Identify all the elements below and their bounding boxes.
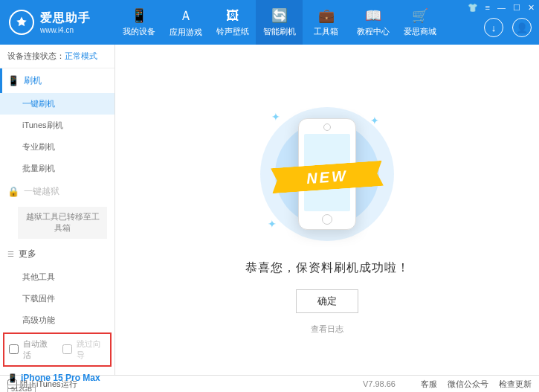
device-status: 设备连接状态：正常模式 — [0, 45, 114, 68]
sidebar-more-header[interactable]: ☰ 更多 — [0, 242, 114, 266]
phone-small-icon: 📱 — [7, 373, 18, 382]
cart-icon: 🛒 — [412, 7, 428, 24]
download-button[interactable]: ↓ — [484, 18, 503, 37]
sidebar: 设备连接状态：正常模式 📱 刷机 一键刷机 iTunes刷机 专业刷机 批量刷机… — [0, 45, 115, 375]
sparkle-icon: ✦ — [370, 115, 379, 126]
footer-support[interactable]: 客服 — [421, 379, 437, 390]
footer-wechat[interactable]: 微信公众号 — [448, 379, 488, 390]
top-nav: 📱我的设备 Ａ应用游戏 🖼铃声壁纸 🔄智能刷机 💼工具箱 📖教程中心 🛒爱思商城 — [115, 0, 443, 45]
picture-icon: 🖼 — [226, 8, 239, 24]
phone-icon: 📱 — [7, 75, 19, 86]
nav-apps[interactable]: Ａ应用游戏 — [162, 0, 209, 45]
sidebar-advanced[interactable]: 高级功能 — [0, 309, 114, 331]
sidebar-pro-flash[interactable]: 专业刷机 — [0, 136, 114, 158]
sidebar-one-key-flash[interactable]: 一键刷机 — [0, 93, 114, 115]
success-graphic: ✦ ✦ ✦ NEW — [253, 100, 401, 248]
auto-activate-label: 自动激活 — [23, 338, 52, 361]
footer-update[interactable]: 检查更新 — [499, 379, 532, 390]
sidebar-flash-header[interactable]: 📱 刷机 — [0, 68, 114, 93]
menu-icon[interactable]: ≡ — [485, 3, 490, 13]
nav-store[interactable]: 🛒爱思商城 — [396, 0, 443, 45]
main-content: ✦ ✦ ✦ NEW 恭喜您，保资料刷机成功啦！ 确定 查看日志 — [115, 45, 539, 375]
skin-icon[interactable]: 👕 — [468, 3, 478, 13]
nav-tutorials[interactable]: 📖教程中心 — [349, 0, 396, 45]
flash-icon: 🔄 — [271, 7, 288, 24]
highlighted-options: 自动激活 跳过向导 — [3, 332, 112, 367]
sidebar-jailbreak-note: 越狱工具已转移至工具箱 — [18, 207, 107, 239]
toolbox-icon: 💼 — [318, 7, 335, 24]
sparkle-icon: ✦ — [271, 111, 280, 123]
logo-section: 爱思助手 www.i4.cn — [0, 10, 115, 35]
minimize-icon[interactable]: — — [497, 3, 506, 13]
close-icon[interactable]: ✕ — [528, 3, 535, 13]
user-button[interactable]: 👤 — [512, 18, 532, 37]
version-label: V7.98.66 — [363, 379, 396, 388]
ok-button[interactable]: 确定 — [296, 289, 358, 313]
sidebar-download-firmware[interactable]: 下载固件 — [0, 288, 114, 309]
apps-icon: Ａ — [179, 7, 193, 25]
sidebar-other-tools[interactable]: 其他工具 — [0, 266, 114, 288]
sidebar-jailbreak-header[interactable]: 🔒 一键越狱 — [0, 179, 114, 204]
chevron-icon: ☰ — [7, 250, 14, 258]
skip-guide-checkbox[interactable] — [62, 344, 72, 354]
window-controls: 👕 ≡ — ☐ ✕ — [468, 3, 535, 13]
sidebar-batch-flash[interactable]: 批量刷机 — [0, 158, 114, 179]
device-name: iPhone 15 Pro Max — [21, 373, 100, 383]
auto-activate-checkbox[interactable] — [9, 344, 19, 354]
device-storage: 512GB — [7, 385, 36, 392]
device-icon: 📱 — [131, 7, 147, 24]
app-url: www.i4.cn — [40, 26, 91, 34]
logo-icon — [9, 10, 34, 35]
app-title: 爱思助手 — [40, 10, 91, 26]
success-message: 恭喜您，保资料刷机成功啦！ — [245, 260, 410, 276]
lock-icon: 🔒 — [7, 186, 19, 197]
nav-flash[interactable]: 🔄智能刷机 — [256, 0, 303, 45]
nav-my-device[interactable]: 📱我的设备 — [115, 0, 162, 45]
nav-toolbox[interactable]: 💼工具箱 — [303, 0, 349, 45]
skip-guide-label: 跳过向导 — [77, 338, 106, 361]
book-icon: 📖 — [365, 7, 381, 24]
app-header: 爱思助手 www.i4.cn 📱我的设备 Ａ应用游戏 🖼铃声壁纸 🔄智能刷机 💼… — [0, 0, 539, 45]
sidebar-itunes-flash[interactable]: iTunes刷机 — [0, 115, 114, 136]
view-log-link[interactable]: 查看日志 — [311, 324, 343, 335]
nav-ringtones[interactable]: 🖼铃声壁纸 — [209, 0, 256, 45]
maximize-icon[interactable]: ☐ — [513, 3, 520, 13]
sparkle-icon: ✦ — [268, 218, 277, 230]
device-info: 📱iPhone 15 Pro Max 512GB iPhone — [0, 368, 114, 392]
